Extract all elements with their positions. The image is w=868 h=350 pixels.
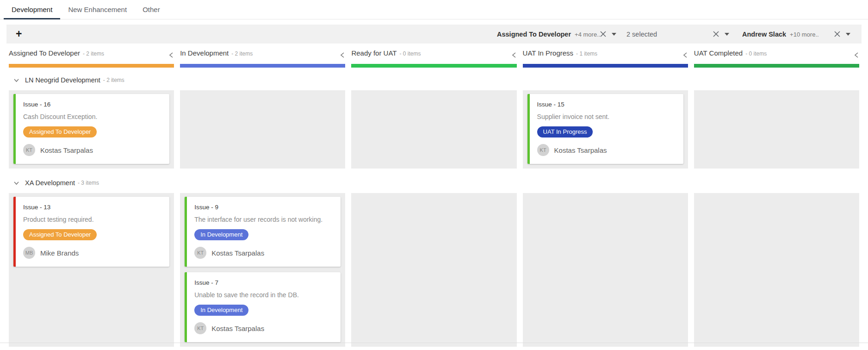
assignee-row: KT Kostas Tsarpalas <box>194 247 333 259</box>
swimlane: LN Neogrid Development - 2 items Issue -… <box>9 74 859 169</box>
issue-id: Issue - 9 <box>194 204 333 211</box>
filter-dropdown[interactable]: Andrew Slack +10 more.. <box>742 31 850 38</box>
lane-cell <box>694 90 859 169</box>
issue-card[interactable]: Issue - 15 Supplier invoice not sent. UA… <box>527 94 683 164</box>
avatar: MB <box>23 247 35 259</box>
filter-dropdown[interactable]: 2 selected <box>626 31 729 38</box>
column-title: UAT In Progress <box>523 49 573 57</box>
column-color-bar <box>523 64 688 68</box>
swimlane-row: Issue - 16 Cash Discount Exception. Assi… <box>9 90 859 169</box>
column-header: Assigned To Developer - 2 items <box>9 49 174 68</box>
lane-cell <box>351 90 516 169</box>
column-count: - 2 items <box>231 50 253 57</box>
column-color-bar <box>351 64 516 68</box>
avatar: KT <box>537 144 549 156</box>
assignee-name: Kostas Tsarpalas <box>40 146 93 154</box>
column-count: - 0 items <box>745 50 767 57</box>
column-title: Assigned To Developer <box>9 49 80 57</box>
status-badge: Assigned To Developer <box>23 229 97 240</box>
assignee-name: Kostas Tsarpalas <box>554 146 607 154</box>
collapse-column-icon[interactable] <box>682 52 688 58</box>
issue-id: Issue - 7 <box>194 279 333 286</box>
column-count: - 2 items <box>83 50 104 57</box>
tab-other[interactable]: Other <box>135 0 168 19</box>
filter-more-count: +4 more.. <box>575 31 600 38</box>
issue-id: Issue - 13 <box>23 204 162 211</box>
swimlane-count: - 3 items <box>78 180 99 186</box>
column-header: Ready for UAT - 0 items <box>351 49 516 68</box>
tab-development[interactable]: Development <box>4 0 60 19</box>
filter-dropdown[interactable]: Assigned To Developer +4 more.. <box>497 31 610 38</box>
issue-description: Supplier invoice not sent. <box>537 113 676 120</box>
chevron-down-icon[interactable] <box>13 180 19 186</box>
bottom-divider <box>0 343 868 343</box>
column-count: - 1 items <box>576 50 597 57</box>
column-header: UAT In Progress - 1 items <box>523 49 688 68</box>
issue-id: Issue - 16 <box>23 101 162 108</box>
status-badge: In Development <box>194 305 248 316</box>
issue-description: Product testing required. <box>23 216 162 223</box>
filter-value: 2 selected <box>626 31 657 38</box>
issue-card[interactable]: Issue - 16 Cash Discount Exception. Assi… <box>13 94 169 164</box>
collapse-column-icon[interactable] <box>511 52 517 58</box>
chevron-down-icon[interactable] <box>846 33 850 36</box>
issue-description: Cash Discount Exception. <box>23 113 162 120</box>
avatar: KT <box>194 247 206 259</box>
column-title: Ready for UAT <box>351 49 397 57</box>
lane-cell <box>523 193 688 347</box>
board-toolbar: + Assigned To Developer +4 more.. 2 sele… <box>6 25 862 44</box>
lane-cell: Issue - 13 Product testing required. Ass… <box>9 193 174 347</box>
issue-description: The interface for user records is not wo… <box>194 216 333 223</box>
chevron-down-icon[interactable] <box>13 77 19 83</box>
issue-card[interactable]: Issue - 13 Product testing required. Ass… <box>13 197 169 267</box>
clear-filter-icon[interactable] <box>713 31 719 37</box>
issue-card[interactable]: Issue - 9 The interface for user records… <box>185 197 341 267</box>
assignee-row: KT Kostas Tsarpalas <box>194 322 333 334</box>
swimlane-count: - 2 items <box>103 77 124 83</box>
column-header: In Development - 2 items <box>180 49 345 68</box>
filter-value: Andrew Slack <box>742 31 786 38</box>
swimlane-header[interactable]: LN Neogrid Development - 2 items <box>13 74 859 86</box>
assignee-name: Mike Brands <box>40 249 79 257</box>
swimlane-row: Issue - 13 Product testing required. Ass… <box>9 193 859 347</box>
clear-filter-icon[interactable] <box>834 31 840 37</box>
filter-bar: Assigned To Developer +4 more.. 2 select… <box>497 31 862 38</box>
column-header-row: Assigned To Developer - 2 items In Devel… <box>9 44 859 68</box>
issue-id: Issue - 15 <box>537 101 676 108</box>
issue-card[interactable]: Issue - 7 Unable to save the record in t… <box>185 272 341 342</box>
column-color-bar <box>694 64 859 68</box>
add-item-button[interactable]: + <box>14 29 24 39</box>
assignee-name: Kostas Tsarpalas <box>211 325 264 332</box>
swimlane: XA Development - 3 items Issue - 13 Prod… <box>9 177 859 347</box>
lane-cell <box>180 90 345 169</box>
lane-cell <box>351 193 516 347</box>
swimlanes-container: LN Neogrid Development - 2 items Issue -… <box>9 74 859 347</box>
tab-label: Development <box>12 6 52 13</box>
assignee-row: KT Kostas Tsarpalas <box>537 144 676 156</box>
avatar: KT <box>23 144 35 156</box>
chevron-down-icon[interactable] <box>612 33 616 36</box>
column-title: In Development <box>180 49 229 57</box>
collapse-column-icon[interactable] <box>340 52 345 58</box>
avatar: KT <box>194 322 206 334</box>
lane-cell <box>694 193 859 347</box>
assignee-row: MB Mike Brands <box>23 247 162 259</box>
column-count: - 0 items <box>399 50 421 57</box>
view-tabs: DevelopmentNew EnhancementOther <box>0 0 868 19</box>
tab-label: New Enhancement <box>68 6 127 13</box>
assignee-row: KT Kostas Tsarpalas <box>23 144 162 156</box>
assignee-name: Kostas Tsarpalas <box>211 249 264 257</box>
column-title: UAT Completed <box>694 49 743 57</box>
swimlane-header[interactable]: XA Development - 3 items <box>13 177 859 189</box>
filter-more-count: +10 more.. <box>790 31 819 38</box>
collapse-column-icon[interactable] <box>854 52 859 58</box>
collapse-column-icon[interactable] <box>168 52 174 58</box>
kanban-board: Assigned To Developer - 2 items In Devel… <box>0 44 868 347</box>
column-color-bar <box>180 64 345 68</box>
swimlane-title: XA Development <box>25 179 75 187</box>
status-badge: Assigned To Developer <box>23 126 97 138</box>
chevron-down-icon[interactable] <box>725 33 729 36</box>
tab-new-enhancement[interactable]: New Enhancement <box>60 0 135 19</box>
clear-filter-icon[interactable] <box>600 31 606 37</box>
status-badge: In Development <box>194 229 248 240</box>
